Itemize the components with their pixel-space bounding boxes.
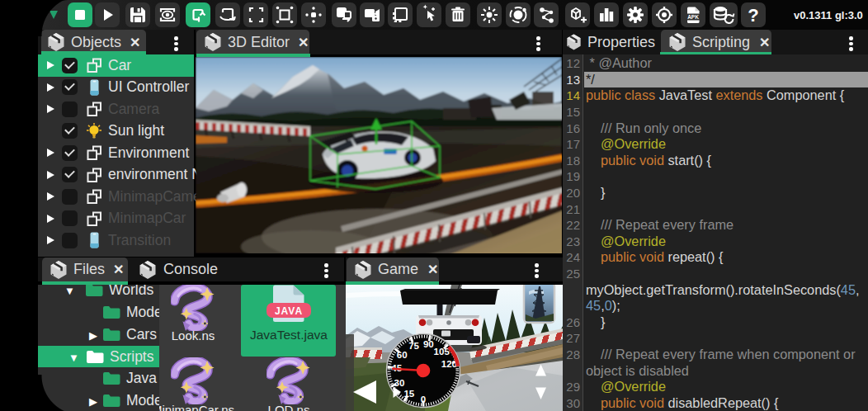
svg-text:60: 60 [397, 350, 408, 360]
svg-text:JAVA: JAVA [275, 305, 303, 317]
svg-text:15: 15 [403, 389, 414, 399]
svg-text:120: 120 [441, 359, 457, 369]
svg-text:75: 75 [408, 341, 419, 351]
svg-text:105: 105 [434, 347, 451, 357]
svg-text:?: ? [748, 5, 758, 26]
svg-text:30: 30 [394, 378, 405, 388]
svg-text:90: 90 [423, 339, 434, 349]
svg-text:APK: APK [687, 14, 699, 20]
svg-text:0: 0 [421, 394, 426, 404]
